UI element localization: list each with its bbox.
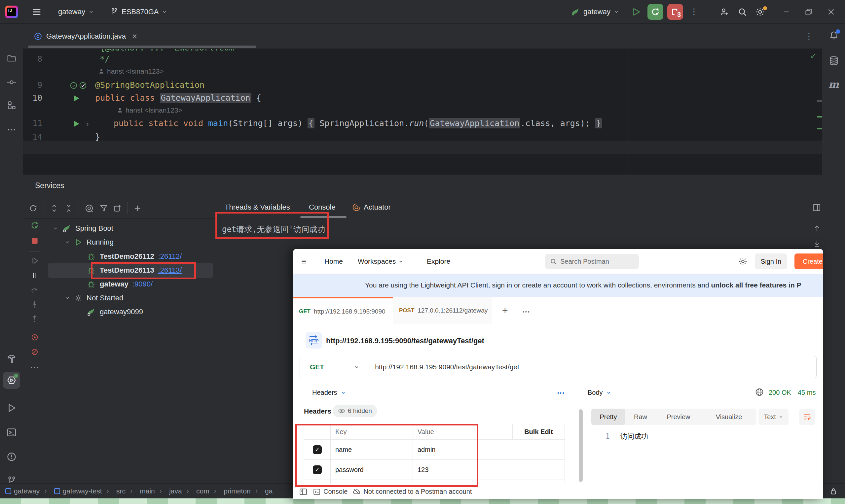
tree-node-running[interactable]: Running bbox=[65, 235, 114, 249]
nav-explore[interactable]: Explore bbox=[427, 249, 450, 274]
open-in-new-tab-button[interactable] bbox=[113, 204, 122, 213]
stop-button[interactable]: 3 bbox=[667, 4, 683, 20]
editor-horizontal-scrollbar[interactable] bbox=[28, 46, 256, 48]
method-select[interactable]: GET bbox=[310, 363, 324, 371]
close-tab-icon[interactable]: ✕ bbox=[132, 32, 137, 40]
bulk-edit-button[interactable]: Bulk Edit bbox=[512, 424, 565, 439]
settings-button[interactable] bbox=[751, 4, 769, 19]
nav-workspaces[interactable]: Workspaces bbox=[358, 249, 403, 274]
run-button[interactable] bbox=[628, 4, 644, 20]
write-access-widget[interactable] bbox=[829, 487, 838, 496]
nav-home[interactable]: Home bbox=[324, 249, 343, 274]
tree-node-spring-boot[interactable]: Spring Boot bbox=[53, 221, 113, 235]
sidebar-toggle-icon[interactable] bbox=[299, 487, 308, 496]
spring-bean-check-icon[interactable] bbox=[79, 81, 87, 90]
minimize-button[interactable] bbox=[779, 7, 793, 16]
structure-tool-button[interactable] bbox=[6, 100, 17, 110]
search-everywhere-button[interactable] bbox=[734, 4, 751, 19]
build-tool-button[interactable] bbox=[6, 354, 17, 364]
format-select[interactable]: Text bbox=[758, 409, 789, 425]
maven-tool-button[interactable]: m bbox=[828, 78, 839, 90]
tab-console[interactable]: Console bbox=[309, 203, 335, 212]
step-out-button[interactable] bbox=[30, 314, 39, 323]
services-tool-button[interactable] bbox=[3, 372, 20, 389]
code-editor[interactable]: 8 9 10 11 14 › {@author: ... Emc.sort.co… bbox=[23, 49, 822, 174]
chevron-down-icon[interactable] bbox=[354, 364, 359, 370]
url-input[interactable]: http://192.168.9.195:9090/test/gatewayTe… bbox=[375, 363, 519, 371]
main-menu-button[interactable] bbox=[28, 4, 46, 19]
filter-button[interactable] bbox=[99, 204, 108, 213]
search-input[interactable]: Search Postman bbox=[545, 254, 639, 269]
fold-chevron-icon[interactable]: › bbox=[86, 119, 89, 129]
run-main-gutter-button[interactable] bbox=[73, 120, 81, 128]
hidden-headers-toggle[interactable]: 6 hidden bbox=[333, 404, 377, 417]
more-debug-actions-button[interactable]: ⋯ bbox=[30, 362, 39, 372]
view-raw[interactable]: Raw bbox=[625, 409, 656, 425]
more-tool-windows-button[interactable] bbox=[6, 125, 17, 135]
wrap-text-button[interactable] bbox=[799, 409, 815, 425]
postman-menu-button[interactable]: ≡ bbox=[301, 249, 306, 274]
request-options-button[interactable]: ••• bbox=[557, 389, 565, 396]
postman-settings-button[interactable] bbox=[738, 249, 747, 274]
tree-node-testdemo26112[interactable]: TestDemo26112:26112/ bbox=[87, 250, 182, 264]
maximize-button[interactable] bbox=[801, 7, 816, 16]
create-button[interactable]: Create bbox=[794, 253, 823, 269]
postman-console-button[interactable]: Console bbox=[313, 488, 347, 496]
stop-process-button[interactable] bbox=[30, 237, 39, 245]
refresh-services-button[interactable] bbox=[29, 204, 38, 213]
view-pretty[interactable]: Pretty bbox=[591, 409, 625, 425]
rerun-debug-button[interactable] bbox=[648, 4, 663, 20]
view-breakpoints-button[interactable] bbox=[30, 333, 39, 342]
terminal-tool-button[interactable] bbox=[6, 427, 17, 438]
view-preview[interactable]: Preview bbox=[656, 409, 701, 425]
project-tool-button[interactable] bbox=[6, 53, 17, 64]
step-over-button[interactable] bbox=[30, 286, 39, 294]
add-service-button[interactable] bbox=[133, 204, 142, 213]
resume-program-button[interactable] bbox=[30, 256, 39, 265]
collapse-all-button[interactable] bbox=[64, 204, 73, 213]
author-inlay-hint[interactable]: hanst <lsinan123> bbox=[99, 67, 164, 75]
view-visualize[interactable]: Visualize bbox=[701, 409, 757, 425]
sign-in-button[interactable]: Sign In bbox=[755, 253, 787, 269]
spring-bean-icon[interactable] bbox=[69, 81, 78, 90]
new-tab-button[interactable]: + bbox=[502, 305, 508, 316]
pause-program-button[interactable] bbox=[30, 271, 39, 280]
vcs-branch-selector[interactable]: ESB870GA bbox=[106, 5, 171, 19]
inspection-ok-icon[interactable]: ✓ bbox=[810, 52, 816, 61]
run-tool-button[interactable] bbox=[6, 403, 17, 413]
request-tab-get[interactable]: GET http://192.168.9.195:9090 bbox=[293, 297, 393, 324]
commit-tool-button[interactable] bbox=[6, 77, 17, 87]
database-tool-button[interactable] bbox=[828, 55, 839, 66]
tree-node-gateway[interactable]: gateway:9090/ bbox=[87, 277, 153, 291]
breadcrumb[interactable]: gateway gateway-test src main java com p… bbox=[5, 487, 273, 496]
run-class-gutter-button[interactable] bbox=[73, 94, 81, 102]
rerun-debug-session-button[interactable] bbox=[30, 221, 39, 230]
project-selector[interactable]: gateway bbox=[54, 5, 98, 19]
tree-node-gateway9099[interactable]: gateway9099 bbox=[87, 305, 143, 319]
layout-settings-button[interactable] bbox=[812, 203, 821, 212]
author-inlay-hint[interactable]: hanst <lsinan123> bbox=[117, 106, 182, 114]
tab-options-button[interactable]: ⋮ bbox=[805, 31, 822, 41]
tab-actuator[interactable]: Actuator bbox=[352, 203, 391, 212]
pane-scrollbar[interactable] bbox=[579, 409, 583, 482]
close-button[interactable] bbox=[824, 7, 839, 16]
status-badge[interactable]: 200 OK bbox=[769, 389, 791, 396]
view-options-button[interactable] bbox=[85, 204, 94, 213]
mute-breakpoints-button[interactable] bbox=[30, 347, 39, 356]
step-into-button[interactable] bbox=[30, 300, 39, 309]
more-actions-button[interactable]: ⋮ bbox=[686, 4, 702, 19]
code-with-me-button[interactable] bbox=[715, 4, 734, 19]
request-tab-post[interactable]: POST 127.0.0.1:26112/gateway bbox=[393, 297, 492, 324]
response-body-selector[interactable]: Body bbox=[588, 389, 611, 396]
scroll-down-button[interactable] bbox=[813, 239, 821, 248]
scroll-up-button[interactable] bbox=[813, 224, 821, 233]
notifications-button[interactable] bbox=[828, 30, 839, 41]
request-section-selector[interactable]: Headers bbox=[312, 389, 346, 396]
editor-tab[interactable]: C GatewayApplication.java ✕ bbox=[23, 24, 146, 49]
tree-node-not-started[interactable]: Not Started bbox=[65, 291, 123, 305]
run-configuration-selector[interactable]: gateway bbox=[567, 5, 623, 19]
response-time-badge[interactable]: 45 ms bbox=[798, 389, 816, 396]
tab-options-button[interactable]: ••• bbox=[522, 308, 530, 315]
expand-all-button[interactable] bbox=[50, 204, 59, 213]
problems-tool-button[interactable] bbox=[6, 451, 17, 462]
